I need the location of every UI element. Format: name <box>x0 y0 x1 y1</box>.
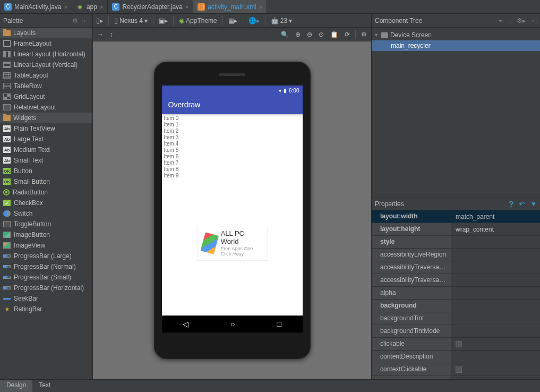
tab-text[interactable]: Text <box>32 380 57 392</box>
property-value[interactable] <box>451 249 540 261</box>
palette-item-relativelayout[interactable]: RelativeLayout <box>0 102 92 113</box>
palette-item-framelayout[interactable]: FrameLayout <box>0 38 92 49</box>
property-row[interactable]: accessibilityLiveRegion <box>372 249 540 261</box>
property-row[interactable]: background <box>372 300 540 312</box>
home-icon[interactable]: ○ <box>230 320 235 328</box>
property-row[interactable]: layout:widthmatch_parent <box>372 210 540 223</box>
property-row[interactable]: alpha <box>372 287 540 300</box>
property-value[interactable] <box>451 363 540 376</box>
palette-item-switch[interactable]: Switch <box>0 208 92 219</box>
collapse-icon[interactable]: |← <box>81 17 89 24</box>
palette-item-imageview[interactable]: ImageView <box>0 240 92 251</box>
property-value[interactable] <box>451 261 540 274</box>
property-value[interactable] <box>451 287 540 299</box>
tab-design[interactable]: Design <box>0 380 32 392</box>
property-row[interactable]: accessibilityTraversalAfter <box>372 261 540 274</box>
palette-item-linearlayout-v[interactable]: LinearLayout (Vertical) <box>0 59 92 70</box>
property-row[interactable]: backgroundTintMode <box>372 325 540 338</box>
property-value[interactable]: match_parent <box>451 210 540 223</box>
palette-item-togglebutton[interactable]: ToggleButton <box>0 219 92 229</box>
zoom-actual-icon[interactable]: ⊙ <box>318 30 325 39</box>
palette-item-button[interactable]: OKButton <box>0 166 92 176</box>
preview-area[interactable]: ▾ ▮ 6:00 Overdraw Item 0 Item 1 Item 2 I… <box>93 41 371 379</box>
gear-icon[interactable]: ⚙ <box>72 17 78 24</box>
palette-item-progressbar-large[interactable]: ProgressBar (Large) <box>0 251 92 261</box>
palette-item-medium-text[interactable]: AbMedium Text <box>0 144 92 155</box>
theme-selector[interactable]: ▣▸ <box>158 16 169 25</box>
tree-item-main-recycler[interactable]: main_recycler <box>372 40 540 51</box>
tab-activity-main-xml[interactable]: ⬚ activity_main.xml × <box>193 0 267 13</box>
refresh-icon[interactable]: ⟳ <box>344 30 351 39</box>
property-row[interactable]: contextClickable <box>372 363 540 376</box>
palette-item-large-text[interactable]: AbLarge Text <box>0 134 92 144</box>
close-icon[interactable]: × <box>64 4 67 10</box>
zoom-fit-icon[interactable]: 🔍 <box>280 30 290 39</box>
palette-item-tablerow[interactable]: TableRow <box>0 81 92 91</box>
palette-item-imagebutton[interactable]: ImageButton <box>0 229 92 240</box>
property-value[interactable]: wrap_content <box>451 223 540 235</box>
device-selector[interactable]: ▯ Nexus 4 ▾ <box>113 16 149 25</box>
tree-item-device-screen[interactable]: ▼ Device Screen <box>372 30 540 40</box>
property-value[interactable] <box>451 274 540 286</box>
locale-button[interactable]: ▦▸ <box>227 16 238 25</box>
expand-v-icon[interactable]: ↕ <box>109 30 114 39</box>
globe-button[interactable]: 🌐▸ <box>247 16 261 25</box>
palette-category-layouts[interactable]: Layouts <box>0 28 92 38</box>
palette-item-small-text[interactable]: AbSmall Text <box>0 155 92 166</box>
palette-item-seekbar[interactable]: SeekBar <box>0 293 92 304</box>
close-icon[interactable]: × <box>100 4 103 10</box>
palette-item-checkbox[interactable]: ✓CheckBox <box>0 198 92 208</box>
apptheme-selector[interactable]: ◉ AppTheme <box>178 16 218 25</box>
chevron-down-icon[interactable]: ▼ <box>374 32 379 38</box>
recent-icon[interactable]: □ <box>277 320 281 328</box>
back-icon[interactable]: ◁ <box>183 320 188 328</box>
tab-app[interactable]: ◉ app × <box>72 0 108 13</box>
close-icon[interactable]: × <box>185 4 188 10</box>
orientation-button[interactable]: ▯▸ <box>95 16 104 25</box>
palette-item-gridlayout[interactable]: GridLayout <box>0 91 92 102</box>
property-value[interactable] <box>451 351 540 363</box>
palette-item-radiobutton[interactable]: RadioButton <box>0 187 92 198</box>
expand-h-icon[interactable]: ↔ <box>96 30 105 39</box>
property-value[interactable] <box>451 300 540 312</box>
palette-item-progressbar-horizontal[interactable]: ProgressBar (Horizontal) <box>0 283 92 293</box>
palette-item-progressbar-normal[interactable]: ProgressBar (Normal) <box>0 261 92 272</box>
zoom-in-icon[interactable]: ⊕ <box>294 30 302 39</box>
collapse-icon[interactable]: ⫠ <box>507 17 513 24</box>
palette-category-widgets[interactable]: Widgets <box>0 113 92 123</box>
help-icon[interactable]: ? <box>509 200 514 208</box>
checkbox-icon[interactable] <box>456 341 462 347</box>
property-row[interactable]: backgroundTint <box>372 312 540 325</box>
property-value[interactable] <box>451 312 540 325</box>
property-value[interactable] <box>451 236 540 248</box>
undo-icon[interactable]: ↶ <box>519 200 525 208</box>
property-row[interactable]: accessibilityTraversalBefore <box>372 274 540 287</box>
filter-icon[interactable]: ▼ <box>530 200 537 208</box>
palette-item-ratingbar[interactable]: ★RatingBar <box>0 304 92 314</box>
hide-icon[interactable]: →| <box>529 17 537 24</box>
gear-icon[interactable]: ⚙ <box>360 30 368 39</box>
api-selector[interactable]: 🤖23 ▾ <box>270 16 293 25</box>
palette-item-tablelayout[interactable]: TableLayout <box>0 70 92 81</box>
gear-icon[interactable]: ⚙▸ <box>517 17 526 24</box>
property-row[interactable]: clickable <box>372 338 540 351</box>
property-row[interactable]: contentDescription <box>372 351 540 363</box>
close-icon[interactable]: × <box>259 4 262 10</box>
zoom-out-icon[interactable]: ⊖ <box>306 30 313 39</box>
property-value[interactable] <box>451 338 540 350</box>
tab-main-activity[interactable]: C MainActivity.java × <box>0 0 72 13</box>
property-name: layout:height <box>372 223 451 235</box>
expand-icon[interactable]: ⫟ <box>498 17 504 24</box>
palette-item-progressbar-small[interactable]: ProgressBar (Small) <box>0 272 92 283</box>
device-screen[interactable]: ▾ ▮ 6:00 Overdraw Item 0 Item 1 Item 2 I… <box>162 86 303 333</box>
clipboard-icon[interactable]: 📋 <box>329 30 339 39</box>
right-panel: Component Tree ⫟ ⫠ ⚙▸ →| ▼ Device Screen… <box>371 14 540 379</box>
property-row[interactable]: style <box>372 236 540 249</box>
property-row[interactable]: layout:heightwrap_content <box>372 223 540 236</box>
palette-item-textview[interactable]: AbPlain TextView <box>0 123 92 134</box>
checkbox-icon[interactable] <box>456 367 462 373</box>
palette-item-small-button[interactable]: OKSmall Button <box>0 176 92 187</box>
palette-item-linearlayout-h[interactable]: LinearLayout (Horizontal) <box>0 49 92 59</box>
property-value[interactable] <box>451 325 540 337</box>
tab-recycler-adapter[interactable]: C RecyclerAdapter.java × <box>108 0 193 13</box>
